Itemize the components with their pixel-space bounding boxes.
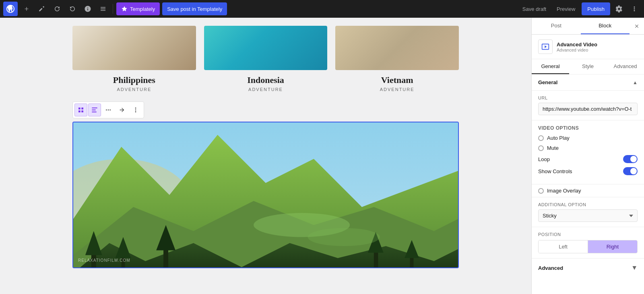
toolbar-divider-1: [113, 4, 113, 14]
block-tab-style[interactable]: Style: [569, 59, 607, 74]
card-subtitle-vietnam: ADVENTURE: [335, 87, 459, 92]
position-right-button[interactable]: Right: [588, 240, 637, 253]
video-landscape-image: [73, 122, 458, 267]
svg-point-8: [108, 110, 109, 111]
url-field-group: URL: [532, 91, 644, 120]
card-vietnam: Vietnam ADVENTURE: [335, 26, 459, 92]
save-draft-button[interactable]: Save draft: [518, 2, 550, 15]
autoplay-row: Auto Play: [538, 135, 638, 141]
additional-option-label: Additional Option: [538, 202, 638, 207]
card-image-indonesia: [204, 26, 328, 70]
video-options-title: Video Options: [538, 125, 638, 131]
block-tab-general[interactable]: General: [532, 59, 569, 74]
block-tool-align-button[interactable]: [88, 104, 101, 116]
loop-row: Loop: [538, 155, 638, 163]
block-info: Advanced Video Advanced video: [532, 35, 644, 59]
card-title-philippines: Philippines: [72, 75, 196, 85]
card-indonesia: Indonesia ADVENTURE: [204, 26, 328, 92]
block-toolbar: [72, 101, 144, 118]
position-left-button[interactable]: Left: [539, 240, 588, 253]
block-tab-advanced[interactable]: Advanced: [607, 59, 644, 74]
video-placeholder: RELAXATIONFILM.COM: [73, 122, 458, 267]
mute-row: Mute: [538, 145, 638, 151]
show-controls-label: Show Controls: [538, 168, 572, 174]
additional-option-group: Additional Option Sticky: [532, 197, 644, 227]
mute-radio[interactable]: [538, 145, 544, 151]
image-overlay-row: Image Overlay: [532, 184, 644, 197]
block-tool-more-button[interactable]: [129, 104, 142, 116]
toolbar: Templately Save post in Templately Save …: [0, 0, 644, 18]
svg-rect-3: [81, 110, 83, 112]
block-tool-dots-button[interactable]: [102, 104, 115, 116]
svg-point-7: [106, 110, 107, 111]
svg-rect-5: [92, 110, 95, 110]
video-block: RELAXATIONFILM.COM: [72, 122, 459, 268]
block-name: Advanced Video: [557, 41, 597, 48]
editor-content: Philippines ADVENTURE Indonesia ADVENTUR…: [72, 26, 459, 286]
more-toolbar-button[interactable]: [628, 2, 641, 15]
loop-toggle[interactable]: [623, 155, 638, 163]
tab-post[interactable]: Post: [532, 18, 581, 34]
autoplay-radio[interactable]: [538, 135, 544, 141]
card-image-vietnam: [335, 26, 459, 70]
panel-content: General ▲ URL Video Options Auto Play: [532, 75, 644, 294]
position-label: Position: [538, 232, 638, 237]
general-section-title: General: [538, 79, 557, 85]
svg-rect-2: [78, 110, 80, 112]
tab-block[interactable]: Block: [581, 18, 630, 34]
main-layout: Philippines ADVENTURE Indonesia ADVENTUR…: [0, 18, 644, 294]
block-tabs: General Style Advanced: [532, 59, 644, 75]
svg-rect-0: [78, 108, 80, 110]
svg-point-9: [109, 110, 111, 111]
image-overlay-radio[interactable]: [538, 188, 544, 194]
list-view-button[interactable]: [97, 2, 109, 15]
save-templately-button[interactable]: Save post in Templately: [162, 2, 227, 15]
general-section-header[interactable]: General ▲: [532, 75, 644, 91]
svg-point-12: [135, 111, 136, 112]
settings-button[interactable]: [613, 2, 625, 15]
block-tool-grid-button[interactable]: [74, 104, 87, 116]
video-options: Video Options Auto Play Mute: [532, 120, 644, 184]
position-section: Position Left Right: [532, 227, 644, 259]
video-watermark: RELAXATIONFILM.COM: [78, 258, 130, 263]
edit-mode-button[interactable]: [35, 2, 48, 15]
redo-button[interactable]: [66, 2, 79, 15]
show-controls-row: Show Controls: [538, 167, 638, 175]
card-philippines: Philippines ADVENTURE: [72, 26, 196, 92]
preview-button[interactable]: Preview: [553, 2, 579, 15]
autoplay-label: Auto Play: [538, 135, 570, 141]
loop-label: Loop: [538, 156, 550, 162]
svg-rect-6: [92, 112, 96, 112]
card-title-vietnam: Vietnam: [335, 75, 459, 85]
position-buttons: Left Right: [538, 240, 638, 253]
sticky-select[interactable]: Sticky: [538, 209, 638, 222]
advanced-section[interactable]: Advanced ▼: [532, 259, 644, 277]
cards-row: Philippines ADVENTURE Indonesia ADVENTUR…: [72, 26, 459, 92]
svg-point-10: [135, 108, 136, 109]
sidebar-header: Post Block: [532, 18, 644, 35]
svg-point-29: [308, 228, 380, 246]
block-info-text: Advanced Video Advanced video: [557, 41, 597, 52]
advanced-label: Advanced: [538, 265, 563, 271]
url-input[interactable]: [538, 103, 638, 115]
show-controls-toggle[interactable]: [623, 167, 638, 175]
url-label: URL: [538, 95, 638, 100]
block-desc: Advanced video: [557, 48, 597, 52]
add-block-button[interactable]: [20, 2, 33, 15]
svg-rect-1: [81, 108, 83, 110]
block-icon: [538, 39, 553, 54]
card-image-philippines: [72, 26, 196, 70]
mute-label: Mute: [538, 145, 559, 151]
undo-button[interactable]: [51, 2, 64, 15]
publish-button[interactable]: Publish: [582, 2, 610, 15]
right-sidebar: Post Block Advanced Video Advanced video…: [531, 18, 644, 294]
card-subtitle-indonesia: ADVENTURE: [204, 87, 328, 92]
card-title-indonesia: Indonesia: [204, 75, 328, 85]
block-tool-arrows-button[interactable]: [116, 104, 128, 116]
svg-rect-4: [92, 108, 97, 108]
sidebar-close-button[interactable]: [630, 19, 644, 33]
info-button[interactable]: [81, 2, 94, 15]
wp-logo[interactable]: [3, 2, 18, 16]
advanced-chevron-icon: ▼: [631, 264, 638, 271]
templately-button[interactable]: Templately: [116, 2, 160, 15]
